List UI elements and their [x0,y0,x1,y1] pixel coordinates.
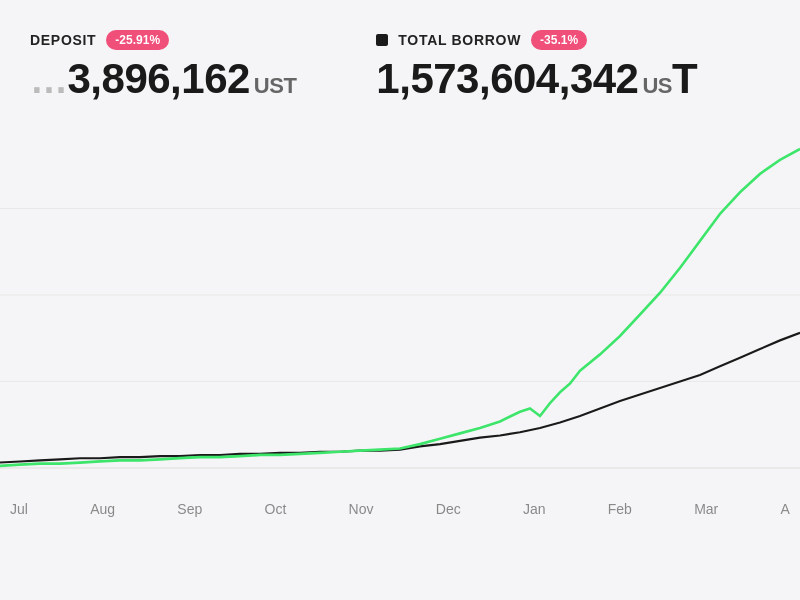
deposit-metric: DEPOSIT -25.91% …3,896,162UST [30,30,296,102]
x-label-sep: Sep [177,501,202,517]
x-label-nov: Nov [349,501,374,517]
deposit-value-prefix: … [30,59,68,101]
chart-area: Jul Aug Sep Oct Nov Dec Jan Feb Mar A [0,122,800,522]
x-label-jan: Jan [523,501,546,517]
borrow-line [0,333,800,463]
borrow-label: TOTAL BORROW [398,32,521,48]
deposit-badge: -25.91% [106,30,169,50]
x-label-aug: Aug [90,501,115,517]
borrow-value: 1,573,604,342UST [376,56,697,102]
x-label-oct: Oct [265,501,287,517]
chart-svg [0,122,800,522]
x-label-feb: Feb [608,501,632,517]
x-label-jul: Jul [10,501,28,517]
x-label-mar: Mar [694,501,718,517]
x-label-apr: A [781,501,790,517]
deposit-line [0,149,800,466]
borrow-metric: TOTAL BORROW -35.1% 1,573,604,342UST [376,30,697,102]
borrow-dot [376,34,388,46]
deposit-label: DEPOSIT [30,32,96,48]
deposit-value: …3,896,162UST [30,56,296,102]
x-label-dec: Dec [436,501,461,517]
borrow-badge: -35.1% [531,30,587,50]
